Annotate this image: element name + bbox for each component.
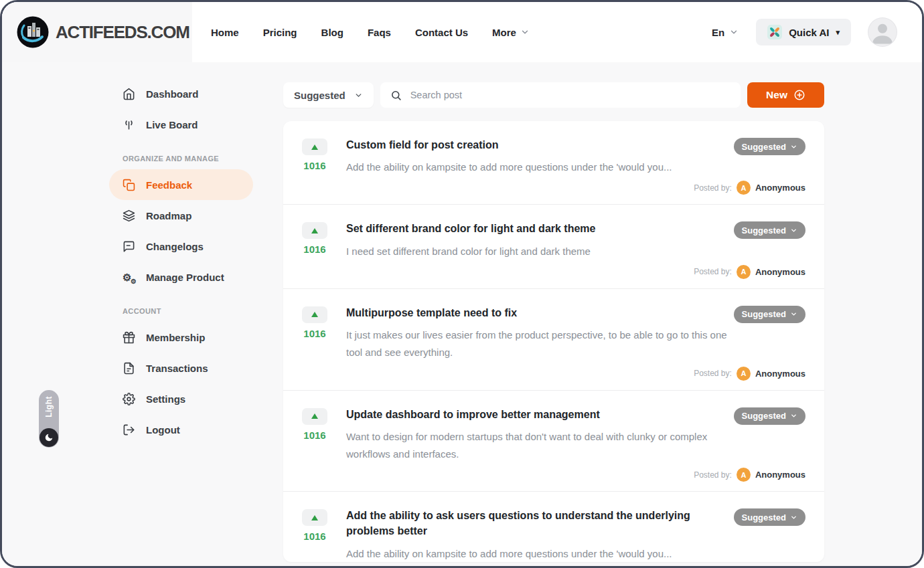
topbar: ACTIFEEDS.COM Home Pricing Blog Faqs Con… bbox=[2, 2, 922, 62]
feed-item-description: Add the ability on kampsite to add more … bbox=[346, 545, 743, 562]
feed-item-description: It just makes our lives easier from the … bbox=[346, 326, 743, 362]
nav-blog[interactable]: Blog bbox=[321, 27, 343, 38]
feed-item[interactable]: 1016 Add the ability to ask users questi… bbox=[283, 491, 824, 562]
feed-item-title: Update dashboard to improve better manag… bbox=[346, 407, 724, 422]
status-badge-dropdown[interactable]: Suggested bbox=[734, 407, 805, 425]
upvote-arrow-icon bbox=[311, 144, 319, 151]
city-logo-icon bbox=[17, 16, 49, 48]
double-gear-icon: ⚙⚙ bbox=[123, 272, 135, 282]
logout-icon bbox=[123, 423, 135, 436]
status-badge-dropdown[interactable]: Suggested bbox=[734, 221, 805, 239]
theme-toggle[interactable]: Light bbox=[39, 390, 59, 448]
sidebar-item-logout[interactable]: Logout bbox=[109, 414, 253, 445]
upvote-button[interactable] bbox=[302, 509, 327, 526]
author-name: Anonymous bbox=[755, 369, 805, 379]
sidebar-item-membership[interactable]: Membership bbox=[109, 322, 253, 353]
user-avatar[interactable] bbox=[868, 18, 897, 46]
feed-item-title: Custom field for post creation bbox=[346, 137, 724, 153]
vote-count: 1016 bbox=[302, 531, 327, 542]
pinwheel-icon bbox=[767, 25, 782, 39]
broadcast-icon bbox=[123, 118, 135, 131]
vote-count: 1016 bbox=[302, 430, 327, 441]
feed-item[interactable]: 1016 Set different brand color for light… bbox=[283, 204, 824, 288]
posted-by: Posted by: A Anonymous bbox=[346, 468, 805, 482]
status-filter-dropdown[interactable]: Suggested bbox=[283, 82, 374, 108]
author-name: Anonymous bbox=[755, 267, 805, 277]
feed-item-body: Add the ability to ask users questions t… bbox=[346, 508, 805, 562]
sidebar-item-changelogs[interactable]: Changelogs bbox=[109, 231, 253, 262]
upvote-arrow-icon bbox=[311, 413, 319, 419]
posted-by: Posted by: A Anonymous bbox=[346, 367, 805, 381]
chevron-down-icon bbox=[520, 27, 530, 37]
nav-pricing[interactable]: Pricing bbox=[263, 27, 297, 38]
feed-item-description: Want to design for modern startups that … bbox=[346, 428, 743, 464]
feed-item[interactable]: 1016 Custom field for post creation Add … bbox=[283, 121, 824, 204]
nav-contact-us[interactable]: Contact Us bbox=[415, 27, 468, 38]
document-icon bbox=[123, 362, 135, 375]
search-box bbox=[380, 82, 741, 108]
author-avatar: A bbox=[737, 265, 751, 279]
status-badge-dropdown[interactable]: Suggested bbox=[734, 306, 805, 323]
section-label-account: ACCOUNT bbox=[123, 307, 283, 315]
sidebar-item-feedback[interactable]: Feedback bbox=[109, 169, 253, 200]
feed-item-description: I need set different brand color for lig… bbox=[346, 243, 743, 260]
message-square-icon bbox=[123, 240, 135, 253]
vote-count: 1016 bbox=[302, 244, 327, 255]
upvote-button[interactable] bbox=[302, 222, 327, 239]
vote-count: 1016 bbox=[302, 160, 327, 171]
feed-item-body: Custom field for post creation Add the a… bbox=[346, 137, 805, 195]
upvote-button[interactable] bbox=[302, 408, 327, 425]
vote-column: 1016 bbox=[302, 221, 346, 278]
chevron-down-icon bbox=[790, 310, 797, 318]
sidebar-item-manage-product[interactable]: ⚙⚙ Manage Product bbox=[109, 262, 253, 292]
sidebar-item-live-board[interactable]: Live Board bbox=[109, 109, 253, 140]
sidebar-item-transactions[interactable]: Transactions bbox=[109, 353, 253, 383]
author-avatar: A bbox=[737, 468, 751, 482]
chevron-down-icon bbox=[790, 143, 797, 151]
upvote-button[interactable] bbox=[302, 306, 327, 323]
sidebar: Dashboard Live Board ORGANIZE AND MANAGE… bbox=[2, 62, 283, 568]
upvote-arrow-icon bbox=[311, 514, 319, 521]
feed-item-body: Update dashboard to improve better manag… bbox=[346, 407, 805, 482]
brand[interactable]: ACTIFEEDS.COM bbox=[2, 2, 192, 62]
feed-item-title: Set different brand color for light and … bbox=[346, 221, 724, 236]
upvote-button[interactable] bbox=[302, 138, 327, 155]
author-name: Anonymous bbox=[755, 470, 805, 480]
vote-column: 1016 bbox=[302, 137, 346, 195]
author-name: Anonymous bbox=[755, 183, 805, 193]
upvote-arrow-icon bbox=[311, 227, 319, 234]
feed-item-title: Multipurpose template need to fix bbox=[346, 305, 724, 320]
author-avatar: A bbox=[737, 181, 751, 195]
posted-by: Posted by: A Anonymous bbox=[346, 265, 805, 279]
quick-ai-button[interactable]: Quick AI ▾ bbox=[756, 19, 851, 45]
status-badge-dropdown[interactable]: Suggested bbox=[734, 138, 805, 155]
chevron-down-icon bbox=[790, 412, 797, 419]
feed-item[interactable]: 1016 Update dashboard to improve better … bbox=[283, 390, 824, 492]
app-window: ACTIFEEDS.COM Home Pricing Blog Faqs Con… bbox=[0, 0, 924, 568]
chevron-down-icon bbox=[729, 27, 739, 37]
nav-faqs[interactable]: Faqs bbox=[368, 27, 391, 38]
vote-column: 1016 bbox=[302, 407, 346, 482]
brand-name: ACTIFEEDS.COM bbox=[56, 22, 189, 43]
gift-icon bbox=[123, 331, 135, 344]
language-selector[interactable]: En bbox=[712, 27, 739, 38]
search-icon bbox=[390, 90, 402, 101]
sidebar-item-settings[interactable]: Settings bbox=[109, 383, 253, 414]
gear-icon bbox=[123, 393, 135, 405]
status-badge-dropdown[interactable]: Suggested bbox=[734, 508, 805, 526]
feed-item-body: Set different brand color for light and … bbox=[346, 221, 805, 278]
sidebar-item-dashboard[interactable]: Dashboard bbox=[109, 78, 253, 109]
chevron-down-icon bbox=[790, 514, 797, 521]
caret-down-icon: ▾ bbox=[836, 28, 840, 37]
feed-item[interactable]: 1016 Multipurpose template need to fix I… bbox=[283, 288, 824, 390]
upvote-arrow-icon bbox=[311, 311, 319, 318]
layers-icon bbox=[123, 209, 135, 222]
nav-home[interactable]: Home bbox=[211, 27, 239, 38]
app-body: Light Dashboard Live Board ORGANIZE AND … bbox=[2, 62, 922, 568]
main-content: Suggested New bbox=[283, 62, 824, 568]
sidebar-item-roadmap[interactable]: Roadmap bbox=[109, 200, 253, 231]
nav-more[interactable]: More bbox=[492, 27, 530, 38]
search-input[interactable] bbox=[409, 89, 730, 101]
home-icon bbox=[123, 88, 135, 100]
new-post-button[interactable]: New bbox=[747, 82, 824, 108]
